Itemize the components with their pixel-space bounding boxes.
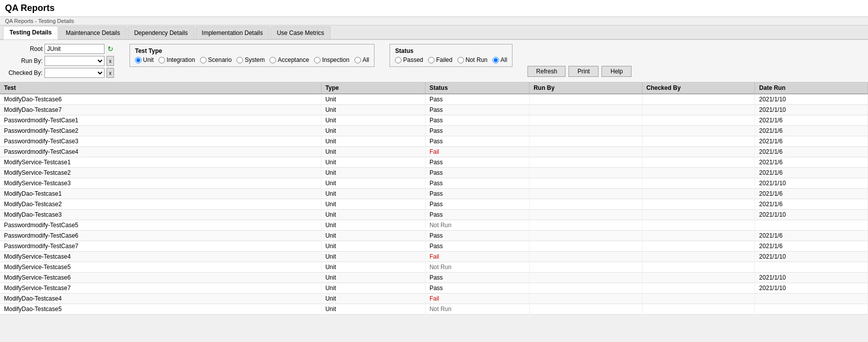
- tab-testing-details[interactable]: Testing Details: [3, 26, 58, 39]
- cell-test: Passwordmodify-TestCase3: [0, 136, 321, 147]
- cell-status: Pass: [425, 168, 529, 178]
- cell-type: Unit: [321, 210, 425, 220]
- cell-runby: [530, 126, 642, 136]
- cell-daterun: 2021/1/6: [755, 147, 868, 157]
- col-daterun: Date Run: [755, 82, 868, 94]
- cell-test: ModifyService-Testcase4: [0, 252, 321, 262]
- cell-checkedby: [642, 283, 755, 294]
- cell-daterun: 2021/1/6: [755, 136, 868, 147]
- status-notrun[interactable]: Not Run: [458, 56, 488, 63]
- table-row[interactable]: ModifyService-Testcase7 Unit Pass 2021/1…: [0, 283, 868, 294]
- tab-maintenance-details[interactable]: Maintenance Details: [59, 26, 126, 39]
- print-button[interactable]: Print: [568, 66, 598, 77]
- root-refresh-button[interactable]: ↻: [106, 45, 114, 53]
- testtype-scenario[interactable]: Scenario: [200, 56, 232, 63]
- action-row: Refresh Print Help: [528, 66, 632, 77]
- root-input[interactable]: [44, 44, 104, 54]
- checkedby-row: Checked By: x: [5, 68, 114, 78]
- table-row[interactable]: Passwordmodify-TestCase3 Unit Pass 2021/…: [0, 136, 868, 147]
- cell-type: Unit: [321, 241, 425, 252]
- table-row[interactable]: ModifyService-Testcase6 Unit Pass 2021/1…: [0, 273, 868, 283]
- cell-test: ModifyDao-Testcase5: [0, 304, 321, 315]
- cell-checkedby: [642, 304, 755, 315]
- cell-daterun: 2021/1/10: [755, 252, 868, 262]
- cell-test: ModifyDao-Testcase2: [0, 199, 321, 210]
- status-all[interactable]: All: [492, 56, 507, 63]
- cell-checkedby: [642, 115, 755, 126]
- cell-runby: [530, 199, 642, 210]
- cell-test: Passwordmodify-TestCase2: [0, 126, 321, 136]
- cell-runby: [530, 304, 642, 315]
- help-button[interactable]: Help: [602, 66, 632, 77]
- cell-type: Unit: [321, 105, 425, 115]
- table-row[interactable]: ModifyService-Testcase5 Unit Not Run: [0, 262, 868, 273]
- cell-type: Unit: [321, 94, 425, 105]
- table-row[interactable]: ModifyService-Testcase4 Unit Fail 2021/1…: [0, 252, 868, 262]
- cell-runby: [530, 241, 642, 252]
- cell-runby: [530, 157, 642, 168]
- table-row[interactable]: ModifyDao-Testcase3 Unit Pass 2021/1/10: [0, 210, 868, 220]
- table-row[interactable]: ModifyDao-Testcase5 Unit Not Run: [0, 304, 868, 315]
- cell-test: Passwordmodify-TestCase6: [0, 231, 321, 241]
- table-row[interactable]: ModifyService-Testcase3 Unit Pass 2021/1…: [0, 178, 868, 189]
- cell-daterun: 2021/1/6: [755, 168, 868, 178]
- root-row: Root ↻: [5, 44, 114, 54]
- table-row[interactable]: ModifyService-Testcase1 Unit Pass 2021/1…: [0, 157, 868, 168]
- cell-status: Pass: [425, 105, 529, 115]
- runby-select[interactable]: [44, 56, 104, 66]
- table-row[interactable]: ModifyDao-Testcase7 Unit Pass 2021/1/10: [0, 105, 868, 115]
- cell-test: ModifyService-Testcase5: [0, 262, 321, 273]
- table-header-row: Test Type Status Run By Checked By Date …: [0, 82, 868, 94]
- testtype-acceptance[interactable]: Acceptance: [270, 56, 309, 63]
- table-row[interactable]: ModifyService-Testcase2 Unit Pass 2021/1…: [0, 168, 868, 178]
- cell-daterun: 2021/1/10: [755, 210, 868, 220]
- col-type: Type: [321, 82, 425, 94]
- status-failed[interactable]: Failed: [428, 56, 452, 63]
- cell-status: Fail: [425, 294, 529, 304]
- cell-status: Fail: [425, 252, 529, 262]
- col-checkedby: Checked By: [642, 82, 755, 94]
- runby-clear-button[interactable]: x: [106, 56, 114, 66]
- checkedby-clear-button[interactable]: x: [106, 68, 114, 78]
- table-row[interactable]: ModifyDao-Testcase2 Unit Pass 2021/1/6: [0, 199, 868, 210]
- status-section: Status Passed Failed Not Run All: [390, 44, 512, 67]
- table-row[interactable]: ModifyDao-Testcase6 Unit Pass 2021/1/10: [0, 94, 868, 105]
- tab-implementation-details[interactable]: Implementation Details: [196, 26, 270, 39]
- table-row[interactable]: ModifyDao-Testcase1 Unit Pass 2021/1/6: [0, 189, 868, 199]
- testtype-inspection[interactable]: Inspection: [314, 56, 350, 63]
- checkedby-label: Checked By:: [5, 69, 42, 76]
- testtype-system[interactable]: System: [236, 56, 264, 63]
- cell-status: Pass: [425, 157, 529, 168]
- checkedby-select[interactable]: [44, 68, 104, 78]
- refresh-button[interactable]: Refresh: [528, 66, 566, 77]
- table-row[interactable]: Passwordmodify-TestCase6 Unit Pass 2021/…: [0, 231, 868, 241]
- cell-runby: [530, 189, 642, 199]
- table-row[interactable]: ModifyDao-Testcase4 Unit Fail: [0, 294, 868, 304]
- table-row[interactable]: Passwordmodify-TestCase2 Unit Pass 2021/…: [0, 126, 868, 136]
- status-passed[interactable]: Passed: [395, 56, 423, 63]
- testtype-unit[interactable]: Unit: [135, 56, 154, 63]
- table-row[interactable]: Passwordmodify-TestCase1 Unit Pass 2021/…: [0, 115, 868, 126]
- cell-checkedby: [642, 252, 755, 262]
- data-table-container: Test Type Status Run By Checked By Date …: [0, 82, 868, 315]
- table-row[interactable]: Passwordmodify-TestCase5 Unit Not Run: [0, 220, 868, 231]
- cell-daterun: 2021/1/6: [755, 126, 868, 136]
- testtype-integration[interactable]: Integration: [158, 56, 195, 63]
- col-status: Status: [425, 82, 529, 94]
- cell-runby: [530, 168, 642, 178]
- table-row[interactable]: Passwordmodify-TestCase7 Unit Pass 2021/…: [0, 241, 868, 252]
- cell-type: Unit: [321, 199, 425, 210]
- cell-checkedby: [642, 136, 755, 147]
- cell-type: Unit: [321, 283, 425, 294]
- tab-use-case-metrics[interactable]: Use Case Metrics: [270, 26, 331, 39]
- runby-label: Run By:: [5, 57, 42, 64]
- cell-runby: [530, 252, 642, 262]
- tab-bar: Testing DetailsMaintenance DetailsDepend…: [0, 25, 868, 40]
- test-type-options: Unit Integration Scenario System Accepta…: [135, 56, 369, 63]
- testtype-all[interactable]: All: [354, 56, 369, 63]
- tab-dependency-details[interactable]: Dependency Details: [128, 26, 194, 39]
- table-row[interactable]: Passwordmodify-TestCase4 Unit Fail 2021/…: [0, 147, 868, 157]
- status-options: Passed Failed Not Run All: [395, 56, 507, 63]
- cell-daterun: 2021/1/10: [755, 105, 868, 115]
- cell-checkedby: [642, 126, 755, 136]
